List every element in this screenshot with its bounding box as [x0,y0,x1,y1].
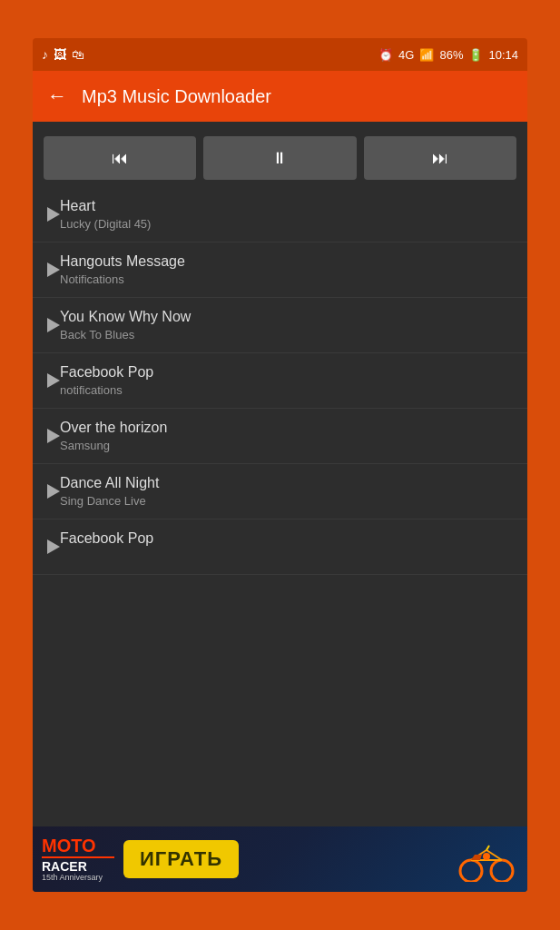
play-icon [47,429,60,443]
next-icon: ⏭ [432,149,448,168]
svg-line-5 [486,846,489,850]
ad-moto-text: MOTO [42,836,96,855]
main-content: ⏮ ⏸ ⏭ Heart Lucky (Digital 45) Hang [33,122,527,892]
track-name: Hangouts Message [60,253,185,270]
ad-banner[interactable]: MOTO RACER 15th Anniversary ИГРАТЬ [33,826,527,892]
track-info: Heart Lucky (Digital 45) [60,198,151,231]
battery-icon: 🔋 [468,48,483,62]
ad-divider [42,856,114,858]
svg-point-1 [491,860,513,882]
battery-label: 86% [439,48,463,62]
track-artist: Back To Blues [60,328,191,341]
play-icon [47,318,60,332]
back-button[interactable]: ← [47,84,67,108]
signal-icon: 📶 [419,48,434,62]
ad-play-button[interactable]: ИГРАТЬ [123,840,239,878]
track-artist: notifications [60,383,153,397]
track-info: Over the horizon Samsung [60,420,167,452]
player-controls: ⏮ ⏸ ⏭ [33,122,527,187]
status-bar-left: ♪ 🖼 🛍 [42,47,84,62]
track-name: Dance All Night [60,475,159,491]
track-item[interactable]: Facebook Pop notifications [33,353,527,409]
play-icon [47,207,60,222]
bag-icon: 🛍 [72,47,84,62]
ad-inner: MOTO RACER 15th Anniversary ИГРАТЬ [33,826,527,892]
track-artist: Sing Dance Live [60,494,159,508]
ad-logo: MOTO RACER 15th Anniversary [42,836,114,882]
play-icon [47,484,60,499]
svg-point-6 [483,853,490,860]
track-info: Dance All Night Sing Dance Live [60,475,159,508]
pause-button[interactable]: ⏸ [203,136,356,180]
status-bar: ♪ 🖼 🛍 ⏰ 4G 📶 86% 🔋 10:14 [33,38,527,71]
network-label: 4G [398,48,414,62]
track-item[interactable]: Dance All Night Sing Dance Live [33,464,527,519]
track-name: You Know Why Now [60,309,191,325]
track-info: Hangouts Message Notifications [60,253,185,286]
play-icon [47,373,60,388]
track-artist: Lucky (Digital 45) [60,217,151,231]
track-info: Facebook Pop notifications [60,364,153,397]
svg-point-0 [460,860,482,882]
track-artist: Notifications [60,272,185,286]
alarm-icon: ⏰ [378,48,393,62]
image-icon: 🖼 [54,47,66,62]
track-item[interactable]: Facebook Pop ... [33,519,527,575]
track-item[interactable]: Hangouts Message Notifications [33,242,527,298]
ad-bike-image [248,836,518,882]
svg-marker-7 [471,855,482,860]
status-bar-right: ⏰ 4G 📶 86% 🔋 10:14 [378,48,518,62]
track-list: Heart Lucky (Digital 45) Hangouts Messag… [33,187,527,826]
track-artist: Samsung [60,439,167,452]
pause-icon: ⏸ [271,149,288,168]
phone-wrapper: ♪ 🖼 🛍 ⏰ 4G 📶 86% 🔋 10:14 ← Mp3 Music Dow… [33,38,527,892]
track-name: Over the horizon [60,420,167,436]
track-item[interactable]: Over the horizon Samsung [33,409,527,464]
page-title: Mp3 Music Downloader [82,86,271,107]
toolbar: ← Mp3 Music Downloader [33,71,527,122]
music-icon: ♪ [42,47,48,62]
prev-icon: ⏮ [112,149,128,168]
play-icon [47,262,60,277]
track-item[interactable]: You Know Why Now Back To Blues [33,298,527,353]
ad-racer-text: RACER [42,860,87,873]
ad-play-label: ИГРАТЬ [140,847,222,870]
track-name: Heart [60,198,151,214]
play-icon [47,539,60,554]
track-info: You Know Why Now Back To Blues [60,309,191,341]
track-name: Facebook Pop [60,530,153,547]
bike-svg [455,836,518,882]
track-info: Facebook Pop ... [60,530,153,563]
next-button[interactable]: ⏭ [364,136,516,180]
time-label: 10:14 [488,48,518,62]
prev-button[interactable]: ⏮ [44,136,196,180]
track-name: Facebook Pop [60,364,153,381]
track-item[interactable]: Heart Lucky (Digital 45) [33,187,527,242]
ad-anniversary-text: 15th Anniversary [42,873,103,882]
